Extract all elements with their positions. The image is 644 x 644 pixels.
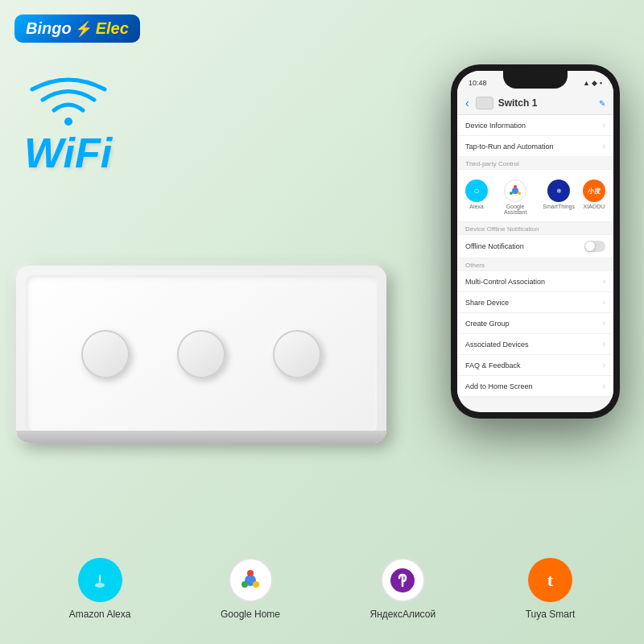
- wifi-label: WiFi: [24, 129, 112, 177]
- google-assistant-icon: [504, 180, 526, 202]
- phone-notch: [503, 71, 568, 89]
- tp-alexa-label: Alexa: [469, 204, 484, 209]
- switch-button-3[interactable]: [273, 330, 321, 378]
- menu-item-device-info[interactable]: Device Information ›: [457, 115, 613, 136]
- alexa-label: Amazon Alexa: [69, 609, 131, 620]
- svg-point-9: [253, 581, 259, 588]
- section-others: Others: [457, 258, 613, 271]
- menu-label: Associated Devices: [465, 341, 529, 349]
- tp-google[interactable]: Google Assistant: [496, 180, 535, 215]
- lightning-icon: ⚡: [75, 20, 93, 38]
- svg-point-4: [510, 192, 513, 195]
- yandex-inner-icon: [390, 568, 415, 592]
- app-header: ‹ Switch 1 ✎: [457, 92, 613, 115]
- tp-google-label: Google Assistant: [496, 204, 535, 215]
- logo-text-bingo: Bingo: [26, 19, 72, 38]
- device-icon: [476, 97, 493, 109]
- tp-alexa[interactable]: ○ Alexa: [465, 180, 488, 215]
- svg-point-3: [518, 192, 521, 195]
- tp-smart-label: SmartThings: [543, 204, 575, 209]
- arrow-icon: ›: [603, 319, 605, 328]
- partner-yandex: ЯндексАлисой: [370, 558, 436, 620]
- menu-item-multi-control[interactable]: Multi-Control Association ›: [457, 271, 613, 292]
- tp-xiaoai-label: XIAODU: [584, 204, 605, 209]
- google-label: Google Home: [221, 609, 280, 620]
- tuya-label: Tuya Smart: [526, 609, 576, 620]
- phone-outer: 10:48 ▲ ◆ ▪ ‹ Switch 1 ✎ Device Informat…: [451, 64, 620, 419]
- svg-point-2: [514, 185, 517, 188]
- section-label: Third-party Control: [465, 160, 519, 167]
- menu-label: Share Device: [465, 299, 509, 307]
- menu-label: Multi-Control Association: [465, 278, 545, 286]
- toggle-knob: [585, 242, 595, 251]
- tp-xiaoai[interactable]: 小度 XIAODU: [583, 180, 605, 215]
- menu-item-offline[interactable]: Offline Notification: [457, 235, 613, 258]
- section-third-party: Third-party Control: [457, 157, 613, 170]
- menu-label: FAQ & Feedback: [465, 361, 521, 369]
- switch-button-1[interactable]: [81, 330, 130, 378]
- partner-alexa: Amazon Alexa: [69, 558, 131, 620]
- status-icons: ▲ ◆ ▪: [583, 79, 602, 87]
- arrow-icon: ›: [603, 121, 605, 130]
- partners-row: Amazon Alexa Google Home ЯндексАлисой t …: [0, 558, 644, 620]
- google-partner-icon: [229, 558, 273, 602]
- partner-tuya: t Tuya Smart: [526, 558, 576, 620]
- alexa-icon: ○: [465, 180, 488, 202]
- partner-google: Google Home: [221, 558, 280, 620]
- switch-base: [16, 431, 386, 443]
- svg-point-10: [242, 581, 248, 588]
- menu-item-group[interactable]: Create Group ›: [457, 313, 613, 334]
- phone-mockup: 10:48 ▲ ◆ ▪ ‹ Switch 1 ✎ Device Informat…: [451, 64, 620, 419]
- arrow-icon: ›: [603, 382, 605, 390]
- svg-point-6: [95, 583, 105, 588]
- wifi-section: WiFi: [24, 72, 112, 177]
- back-button[interactable]: ‹: [465, 97, 469, 109]
- section-label: Device Offline Notification: [465, 225, 539, 233]
- logo-text-elec: Elec: [96, 19, 129, 38]
- menu-item-share[interactable]: Share Device ›: [457, 292, 613, 313]
- svg-point-8: [247, 570, 254, 576]
- menu-label: Device Information: [465, 122, 526, 130]
- wifi-icon: [28, 72, 109, 137]
- device-title: Switch 1: [498, 97, 538, 109]
- edit-button[interactable]: ✎: [599, 99, 605, 108]
- third-party-grid: ○ Alexa Google Assistant ❄ SmartThings: [465, 180, 605, 215]
- yandex-label: ЯндексАлисой: [370, 609, 436, 620]
- yandex-partner-icon: [381, 558, 425, 602]
- menu-label: Tap-to-Run and Automation: [465, 142, 554, 151]
- offline-label: Offline Notification: [465, 242, 524, 250]
- phone-screen: 10:48 ▲ ◆ ▪ ‹ Switch 1 ✎ Device Informat…: [457, 71, 613, 412]
- arrow-icon: ›: [603, 340, 605, 349]
- menu-item-home-screen[interactable]: Add to Home Screen ›: [457, 376, 613, 397]
- menu-item-automation[interactable]: Tap-to-Run and Automation ›: [457, 136, 613, 157]
- brand-logo: Bingo ⚡ Elec: [14, 14, 140, 43]
- arrow-icon: ›: [603, 361, 605, 369]
- title-row: Switch 1: [476, 97, 599, 109]
- status-time: 10:48: [469, 79, 487, 87]
- alexa-partner-icon: [78, 558, 122, 602]
- svg-point-1: [512, 188, 518, 194]
- menu-label: Add to Home Screen: [465, 382, 533, 390]
- switch-inner: [26, 275, 377, 433]
- arrow-icon: ›: [603, 298, 605, 307]
- xiaoai-icon: 小度: [583, 180, 605, 202]
- arrow-icon: ›: [603, 277, 605, 286]
- menu-label: Create Group: [465, 320, 510, 328]
- menu-item-faq[interactable]: FAQ & Feedback ›: [457, 355, 613, 376]
- arrow-icon: ›: [603, 142, 605, 151]
- tp-smartthings[interactable]: ❄ SmartThings: [543, 180, 575, 215]
- tuya-icon-text: t: [547, 570, 553, 591]
- menu-item-associated[interactable]: Associated Devices ›: [457, 334, 613, 355]
- section-label: Others: [465, 262, 485, 269]
- switch-button-2[interactable]: [177, 330, 225, 378]
- svg-point-0: [64, 118, 72, 126]
- third-party-icons-container: ○ Alexa Google Assistant ❄ SmartThings: [457, 170, 613, 222]
- switch-outer: [16, 266, 386, 443]
- offline-toggle[interactable]: [584, 241, 605, 252]
- smartthings-icon: ❄: [547, 180, 570, 202]
- smart-switch: [16, 266, 386, 451]
- section-offline: Device Offline Notification: [457, 222, 613, 235]
- tuya-partner-icon: t: [528, 558, 572, 602]
